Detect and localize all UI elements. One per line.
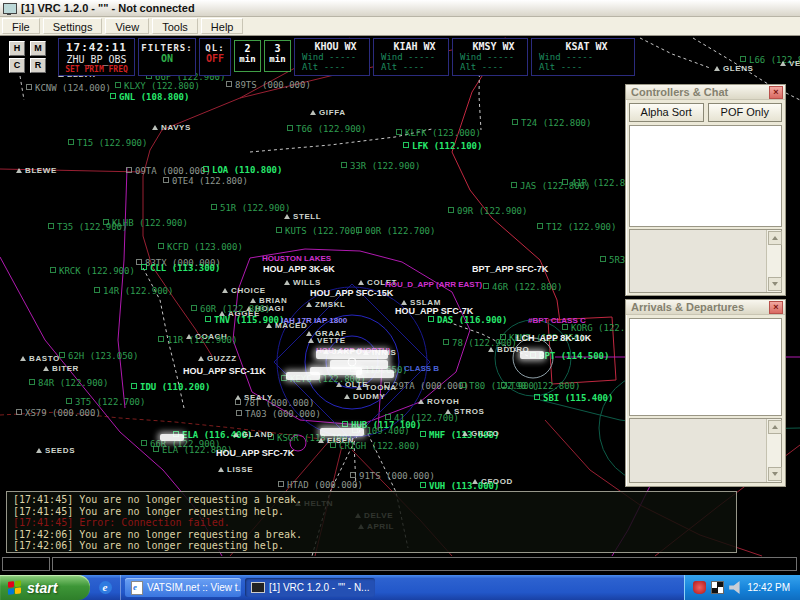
vrc-monitor-icon: [251, 582, 265, 593]
radar-line: [250, 129, 432, 152]
log-line: [17:42:06] You are no longer requesting …: [13, 540, 730, 552]
departures-text-area[interactable]: [629, 418, 782, 483]
maps-button[interactable]: M: [30, 41, 46, 56]
timer-2min-button[interactable]: 2 min: [234, 40, 261, 72]
log-line-error: [17:41:45] Error: Connection failed.: [13, 517, 730, 529]
radar-line: [448, 322, 528, 356]
menu-help[interactable]: Help: [201, 18, 244, 34]
radar-line: [118, 168, 127, 408]
close-icon[interactable]: ×: [769, 86, 783, 99]
window-titlebar[interactable]: [1] VRC 1.2.0 - "" - Not connected: [0, 0, 800, 17]
start-button[interactable]: start: [0, 575, 90, 600]
panel-title: Arrivals & Departures: [631, 301, 769, 313]
display-settings-icon[interactable]: [711, 581, 724, 594]
primary-frequency-status[interactable]: SET PRIM FREQ: [59, 65, 134, 74]
message-log: [17:41:45] You are no longer requesting …: [6, 491, 737, 553]
quicklook-box[interactable]: QL: OFF: [199, 38, 231, 76]
arrivals-departures-titlebar[interactable]: Arrivals & Departures ×: [626, 300, 785, 315]
close-icon[interactable]: ×: [769, 301, 783, 314]
pof-only-button[interactable]: POF Only: [708, 103, 783, 122]
scrollbar[interactable]: [766, 230, 781, 292]
wx-khou[interactable]: KHOU WX Wind ----- Alt ----: [294, 38, 370, 76]
radar-ring: [348, 358, 356, 366]
filters-state[interactable]: ON: [139, 53, 195, 64]
controllers-chat-titlebar[interactable]: Controllers & Chat ×: [626, 85, 785, 100]
arrivals-list[interactable]: [629, 318, 782, 416]
quicklook-label: QL:: [200, 43, 230, 53]
radar-ring: [326, 336, 378, 388]
radar-line: [0, 412, 340, 442]
wx-kiah[interactable]: KIAH WX Wind ----- Alt ----: [373, 38, 449, 76]
command-prefix-input[interactable]: [2, 557, 50, 571]
scroll-up-icon[interactable]: [768, 231, 782, 245]
clock-callsign-box: 17:42:11 ZHU_BP_OBS SET PRIM FREQ: [58, 38, 135, 76]
antivirus-shield-icon[interactable]: [693, 581, 706, 594]
taskbar: start e VATSIM.net :: View t... [1] VRC …: [0, 575, 800, 600]
radar-line: [143, 268, 184, 408]
panel-title: Controllers & Chat: [631, 86, 769, 98]
quick-launch: e: [90, 575, 121, 600]
ie-quick-launch-icon[interactable]: e: [99, 581, 112, 594]
history-button[interactable]: H: [9, 41, 25, 56]
tray-clock: 12:42 PM: [747, 582, 790, 593]
callsign: ZHU_BP_OBS: [59, 54, 134, 65]
scrollbar[interactable]: [766, 419, 781, 482]
radar-ring: [513, 338, 553, 378]
radar-line: [548, 317, 616, 384]
app-icon: [3, 3, 17, 14]
windows-flag-icon: [8, 580, 22, 595]
controllers-list[interactable]: [629, 125, 782, 227]
log-line: [17:41:45] You are no longer requesting …: [13, 494, 730, 506]
toolbar-toggle-buttons: H M C R: [3, 38, 55, 76]
menu-tools[interactable]: Tools: [152, 18, 198, 34]
menubar: File Settings View Tools Help: [0, 17, 800, 36]
menu-settings[interactable]: Settings: [43, 18, 103, 34]
taskbar-task-vrc[interactable]: [1] VRC 1.2.0 - "" - N...: [245, 578, 375, 597]
radar-ring: [277, 287, 427, 437]
radar-line: [233, 249, 470, 425]
radar-line: [143, 38, 350, 356]
controllers-chat-panel: Controllers & Chat × Alpha Sort POF Only: [625, 84, 786, 296]
vrc-application-window: ELLVRKCNW (124.000)KLXY (122.800)66F (12…: [0, 0, 800, 600]
alpha-sort-button[interactable]: Alpha Sort: [629, 103, 704, 122]
radar-line: [354, 442, 356, 488]
log-line: [17:42:06] You are no longer requesting …: [13, 529, 730, 541]
wx-kmsy[interactable]: KMSY WX Wind ----- Alt ----: [452, 38, 528, 76]
timer-3min-button[interactable]: 3 min: [264, 40, 291, 72]
filters-box[interactable]: FILTERS: ON: [138, 38, 196, 76]
radar-line: [274, 284, 430, 440]
menu-file[interactable]: File: [2, 18, 40, 34]
log-line: [17:41:45] You are no longer requesting …: [13, 506, 730, 518]
command-line-input[interactable]: [52, 557, 797, 571]
clock: 17:42:11: [59, 41, 134, 54]
volume-icon[interactable]: [729, 581, 742, 594]
menu-view[interactable]: View: [105, 18, 149, 34]
system-tray: 12:42 PM: [684, 575, 800, 600]
scroll-up-icon[interactable]: [768, 420, 782, 434]
radar-ring: [495, 320, 571, 396]
wx-ksat[interactable]: KSAT WX Wind ----- Alt ----: [531, 38, 635, 76]
radar-ring: [290, 435, 306, 451]
range-button[interactable]: R: [30, 58, 46, 73]
filters-label: FILTERS:: [139, 43, 195, 53]
radar-line: [20, 76, 24, 100]
chat-text-area[interactable]: [629, 229, 782, 293]
radar-ring: [305, 315, 399, 409]
toolbar: H M C R 17:42:11 ZHU_BP_OBS SET PRIM FRE…: [0, 38, 800, 76]
ie-page-icon: [131, 581, 143, 595]
taskbar-task-vatsim[interactable]: VATSIM.net :: View t...: [125, 578, 241, 597]
radar-line: [452, 38, 560, 322]
arrivals-departures-panel: Arrivals & Departures ×: [625, 299, 786, 487]
scroll-down-icon[interactable]: [768, 467, 782, 481]
charts-button[interactable]: C: [9, 58, 25, 73]
window-title: [1] VRC 1.2.0 - "" - Not connected: [21, 2, 195, 14]
scroll-down-icon[interactable]: [768, 277, 782, 291]
radar-line: [0, 169, 143, 172]
quicklook-state[interactable]: OFF: [200, 53, 230, 64]
